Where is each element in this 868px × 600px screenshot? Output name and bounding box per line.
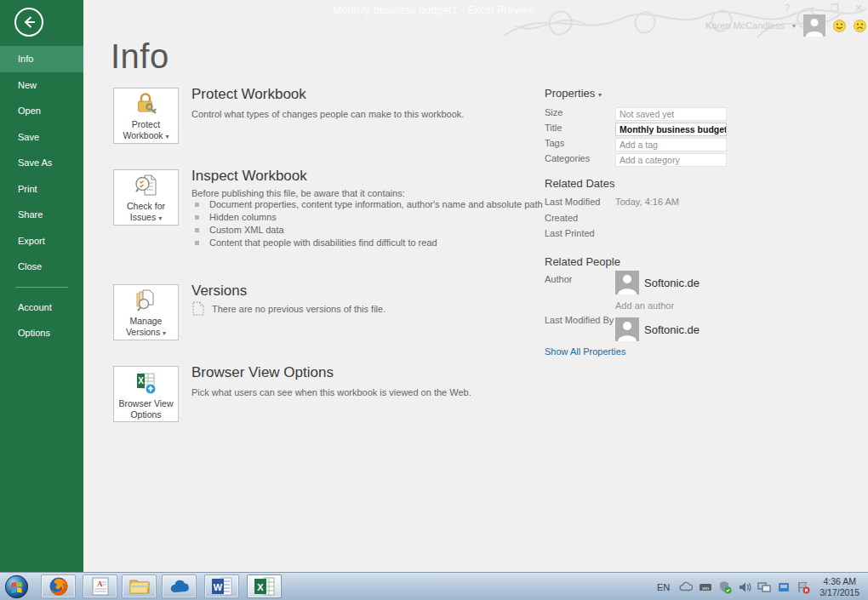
author-label: Author (545, 274, 572, 284)
taskbar-onedrive-button[interactable] (162, 574, 197, 598)
sidebar-item-options[interactable]: Options (0, 320, 83, 346)
tray-security-check-icon[interactable] (718, 580, 732, 594)
tray-action-center-flag-icon[interactable] (797, 580, 810, 594)
dropdown-caret-icon: ▾ (158, 214, 162, 222)
browser-view-options-button[interactable]: X Browser View Options (113, 366, 179, 422)
tray-cloud-icon[interactable] (679, 580, 693, 594)
clock-date: 3/17/2015 (819, 587, 859, 598)
send-a-smile-icon[interactable] (833, 20, 846, 32)
sidebar-item-open[interactable]: Open (0, 98, 83, 124)
restore-icon[interactable]: ❐ (829, 3, 841, 14)
svg-text:vm: vm (702, 585, 709, 590)
sidebar-nav: Info New Open Save Save As Print Share E… (0, 46, 83, 346)
square-bullet-icon (195, 241, 199, 245)
tray-vm-icon[interactable]: vm (699, 580, 712, 594)
manage-versions-button[interactable]: Manage Versions ▾ (113, 284, 179, 340)
sidebar-item-print[interactable]: Print (0, 176, 83, 203)
taskbar-firefox-button[interactable] (41, 574, 76, 598)
sidebar-item-save[interactable]: Save (0, 124, 83, 151)
property-row-tags: Tags Add a tag (545, 138, 749, 151)
taskbar-explorer-button[interactable] (122, 574, 157, 598)
square-bullet-icon (195, 228, 199, 232)
protect-workbook-button[interactable]: Protect Workbook ▾ (113, 88, 179, 144)
property-row-categories: Categories Add a category (545, 153, 749, 167)
versions-heading: Versions (191, 283, 247, 300)
start-button[interactable] (4, 574, 29, 599)
last-modified-by-name[interactable]: Softonic.de (644, 323, 700, 336)
browser-view-options-heading: Browser View Options (191, 364, 334, 381)
sidebar-item-account[interactable]: Account (0, 294, 83, 321)
manage-versions-button-label: Manage Versions ▾ (117, 316, 176, 339)
tray-network-icon[interactable] (757, 580, 771, 594)
excel-icon: X (254, 576, 276, 597)
categories-field[interactable]: Add a category (615, 153, 727, 167)
properties-panel: Properties ▾ Size Not saved yet Title Mo… (545, 85, 749, 100)
list-item: Content that people with disabilities fi… (191, 237, 585, 249)
system-tray: EN vm (654, 573, 868, 600)
taskbar-clock[interactable]: 4:36 AM 3/17/2015 (816, 576, 863, 598)
related-people-heading: Related People (545, 255, 620, 268)
tray-app-icon[interactable] (777, 580, 791, 594)
signed-in-user[interactable]: Karen McCandless (705, 20, 785, 31)
inspect-document-icon (134, 173, 159, 198)
related-dates-panel: Related Dates Last Modified Today, 4:16 … (545, 175, 749, 191)
photo-viewer-icon: A (90, 576, 111, 597)
clock-time: 4:36 AM (819, 576, 859, 587)
size-field: Not saved yet (615, 107, 727, 121)
tags-field[interactable]: Add a tag (615, 138, 727, 151)
add-author-link[interactable]: Add an author (615, 300, 674, 311)
language-indicator[interactable]: EN (654, 582, 673, 592)
sidebar-item-export[interactable]: Export (0, 228, 83, 254)
list-item: Custom XML data (191, 224, 585, 237)
sidebar-divider (15, 287, 68, 288)
back-button[interactable] (13, 6, 45, 38)
excel-backstage-window: Monthly business budget1 - Excel Preview… (0, 0, 868, 600)
list-item: Document properties, content type inform… (191, 198, 585, 211)
onedrive-cloud-icon (168, 578, 191, 595)
date-label: Last Printed (545, 228, 595, 238)
inspect-workbook-heading: Inspect Workbook (191, 168, 307, 185)
sidebar-item-close[interactable]: Close (0, 254, 83, 280)
taskbar-excel-button[interactable]: X (247, 574, 282, 598)
author-name[interactable]: Softonic.de (644, 277, 700, 289)
sidebar-item-info[interactable]: Info (0, 46, 83, 72)
back-arrow-icon (13, 6, 45, 38)
taskbar-photo-viewer-button[interactable]: A (83, 574, 117, 598)
title-field[interactable]: Monthly business budget (615, 123, 727, 136)
tray-volume-icon[interactable] (738, 580, 751, 594)
show-all-properties-link[interactable]: Show All Properties (545, 346, 625, 357)
property-row-size: Size Not saved yet (545, 107, 749, 121)
date-label: Created (545, 213, 578, 223)
taskbar-word-button[interactable]: W (204, 574, 239, 598)
sidebar-item-share[interactable]: Share (0, 202, 83, 228)
firefox-icon (49, 576, 69, 597)
related-people-panel: Related People Author Softonic.de Add an… (545, 254, 766, 269)
svg-text:X: X (138, 376, 144, 386)
property-label: Tags (545, 138, 564, 148)
date-label: Last Modified (545, 197, 600, 207)
square-bullet-icon (195, 215, 199, 220)
square-bullet-icon (195, 203, 199, 207)
user-avatar[interactable] (803, 14, 825, 37)
sidebar-item-save-as[interactable]: Save As (0, 150, 83, 176)
property-label: Size (545, 107, 562, 117)
sidebar-item-new[interactable]: New (0, 72, 83, 99)
protect-workbook-button-label: Protect Workbook ▾ (117, 119, 176, 142)
backstage-sidebar: Info New Open Save Save As Print Share E… (0, 0, 83, 572)
last-modified-by-label: Last Modified By (545, 315, 614, 325)
author-avatar[interactable] (615, 271, 639, 294)
minimize-icon[interactable]: ─ (805, 3, 817, 14)
check-for-issues-button[interactable]: Check for Issues ▾ (113, 169, 179, 226)
last-modified-by-avatar[interactable] (615, 317, 639, 341)
browser-view-icon: X (134, 370, 159, 396)
related-dates-heading: Related Dates (545, 177, 614, 190)
browser-view-options-button-label: Browser View Options (117, 398, 176, 420)
chevron-down-icon[interactable]: ▾ (792, 22, 796, 30)
versions-empty-row: There are no previous versions of this f… (191, 301, 385, 316)
folder-icon (128, 576, 151, 597)
close-icon[interactable]: ✕ (853, 3, 865, 14)
windows-logo-icon (4, 574, 29, 599)
send-a-frown-icon[interactable] (854, 20, 866, 32)
properties-heading[interactable]: Properties ▾ (545, 87, 602, 100)
help-icon[interactable]: ? (781, 3, 793, 14)
